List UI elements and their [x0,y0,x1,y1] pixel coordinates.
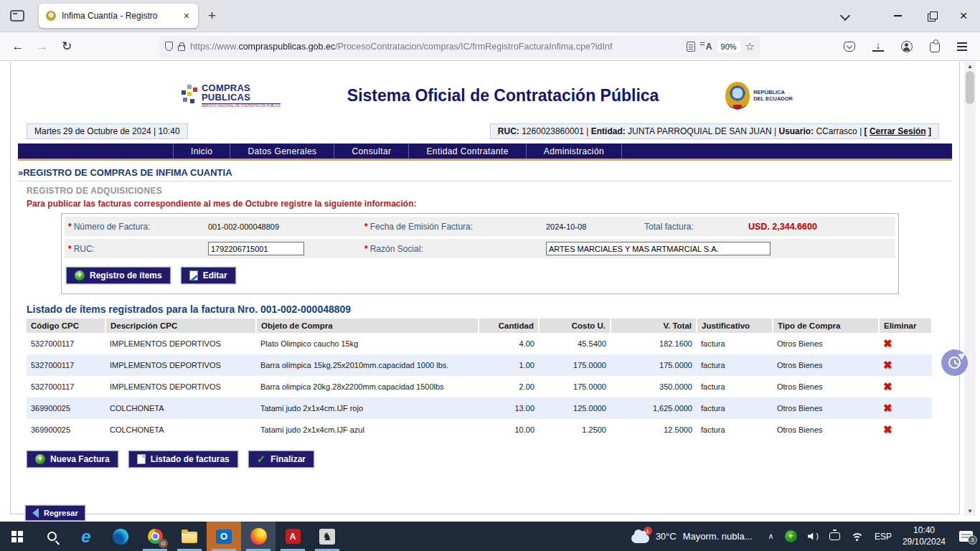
nav-item-datos-generales[interactable]: Datos Generales [230,143,334,159]
logo-tagline: SERVICIO NACIONAL DE CONTRATACIÓN PÚBLIC… [202,103,281,108]
item-cell: factura [697,333,773,354]
items-column-header: Objeto de Compra [256,319,479,333]
taskbar-clock[interactable]: 10:40 29/10/2024 [903,525,946,547]
item-cell: Otros Bienes [773,419,879,441]
item-delete-cell [879,354,932,376]
forward-button[interactable]: → [30,39,55,54]
tracking-shield-icon[interactable] [165,42,173,51]
item-cell: 1,625.0000 [611,397,697,419]
firefox-view-icon[interactable] [10,10,24,22]
bookmark-star-icon[interactable]: ☆ [745,40,755,53]
start-button[interactable] [0,522,34,551]
browser-tab[interactable]: Infima Cuantía - Registro × [39,4,198,28]
register-items-button[interactable]: Registro de ítems [66,267,171,284]
translate-icon[interactable]: A [700,42,712,52]
floating-clock-widget[interactable] [941,349,968,376]
reader-view-icon[interactable] [687,42,695,52]
taskbar-explorer-button[interactable] [172,522,207,551]
edit-button[interactable]: Editar [181,267,236,284]
ruc-input[interactable] [208,242,304,255]
taskbar-outlook-button[interactable]: O [207,522,241,551]
total-value: USD. 2,344.6600 [748,222,895,232]
page-body: COMPRAS PUBLICAS SERVICIO NACIONAL DE CO… [10,62,960,514]
item-cell: 5327000117 [27,376,105,397]
new-tab-button[interactable]: + [208,8,216,24]
datetime-display: Martes 29 de Octubre de 2024 | 10:40 [27,123,188,139]
windows-taskbar: e G O A ♞ 1 30°C Mayorm. nubla... ∧ ) ES… [0,522,980,551]
taskbar-time: 10:40 [903,525,946,537]
menu-hamburger-icon[interactable] [957,42,967,51]
item-cell: Barra olímpica 15kg.25x2010mm.capacidad … [256,354,479,376]
item-cell: 175.0000 [539,376,611,397]
back-button[interactable]: ← [6,39,30,54]
wifi-icon[interactable] [851,532,864,541]
logout-link[interactable]: Cerrar Sesión [870,126,926,136]
delete-item-icon[interactable] [883,402,892,414]
extensions-icon[interactable] [930,42,940,52]
page-viewport: COMPRAS PUBLICAS SERVICIO NACIONAL DE CO… [0,62,980,522]
new-invoice-button[interactable]: Nueva Factura [27,451,118,468]
item-row: 369900025COLCHONETATatami judo 2x1x4cm.I… [27,419,932,441]
taskbar-app-button[interactable]: ♞ [310,522,344,551]
scrollbar-thumb[interactable] [966,71,974,104]
downloads-icon[interactable]: ↓ [872,41,884,52]
reload-button[interactable]: ↻ [55,39,79,54]
main-nav-items: InicioDatos GeneralesConsultarEntidad Co… [173,143,622,159]
page-scrollbar[interactable]: ▲ ▼ [964,62,976,516]
instruction-text: Para publicar las facturas correspondien… [27,199,952,209]
razon-social-input[interactable] [546,242,771,255]
nav-item-inicio[interactable]: Inicio [174,143,230,159]
taskbar-acrobat-button[interactable]: A [275,522,310,551]
item-cell: factura [697,419,773,441]
nav-item-administraci-n[interactable]: Administración [527,143,622,159]
invoice-form-buttons: Registro de ítems Editar [65,261,895,291]
account-icon[interactable] [901,41,913,52]
invoice-list-button[interactable]: Listado de facturas [128,451,238,468]
taskbar-weather-widget[interactable]: 1 30°C Mayorm. nubla... [623,522,761,551]
edit-pencil-icon [189,270,198,281]
delete-item-icon[interactable] [883,337,892,349]
item-delete-cell [879,419,932,441]
tray-chevron-up-icon[interactable]: ∧ [768,532,774,541]
items-column-header: Código CPC [27,319,105,333]
invoice-number-value: 001-002-000048809 [208,222,361,231]
tab-close-icon[interactable]: × [182,10,191,22]
list-all-tabs-icon[interactable] [839,11,849,21]
pocket-icon[interactable] [844,42,855,52]
nav-item-entidad-contratante[interactable]: Entidad Contratante [409,143,526,159]
notification-center-icon[interactable]: 3 [959,531,973,542]
page-zoom-indicator[interactable]: 90% [717,41,740,52]
ruc-label: *RUC: [65,244,208,254]
item-cell: 5327000117 [27,354,105,376]
volume-icon[interactable]: ) [808,532,819,540]
item-cell: 4.00 [479,333,539,354]
taskbar-search-button[interactable] [34,522,69,551]
document-icon [137,454,146,464]
invoice-form-row-1: *Número de Factura: 001-002-000048809 *F… [65,217,895,236]
scroll-down-arrow-icon[interactable]: ▼ [964,508,976,514]
window-restore-button[interactable] [914,0,947,32]
scroll-up-arrow-icon[interactable]: ▲ [964,63,976,70]
delete-item-icon[interactable] [883,359,892,371]
taskbar-edge-button[interactable] [103,522,138,551]
items-column-header: Cantidad [479,319,539,333]
go-back-button[interactable]: Regresar [25,505,85,521]
window-close-button[interactable]: × [947,0,980,32]
delete-item-icon[interactable] [883,423,892,435]
info-row: Martes 29 de Octubre de 2024 | 10:40 RUC… [18,123,952,139]
taskbar-firefox-button[interactable] [241,522,275,551]
delete-item-icon[interactable] [883,380,892,392]
taskbar-ie-button[interactable]: e [69,522,103,551]
item-cell: factura [697,354,773,376]
item-cell: 5327000117 [27,333,105,354]
window-minimize-button[interactable] [881,0,914,32]
antivirus-tray-icon[interactable] [785,530,797,542]
nav-item-consultar[interactable]: Consultar [334,143,409,159]
item-cell: IMPLEMENTOS DEPORTIVOS [105,333,256,354]
address-bar-input[interactable]: https://www.compraspublicas.gob.ec/Proce… [159,36,760,57]
language-indicator[interactable]: ESP [875,532,892,542]
meet-now-icon[interactable] [829,532,840,540]
finish-button[interactable]: Finalizar [248,451,314,468]
taskbar-chrome-button[interactable]: G [138,522,172,551]
lock-icon[interactable] [178,45,185,51]
